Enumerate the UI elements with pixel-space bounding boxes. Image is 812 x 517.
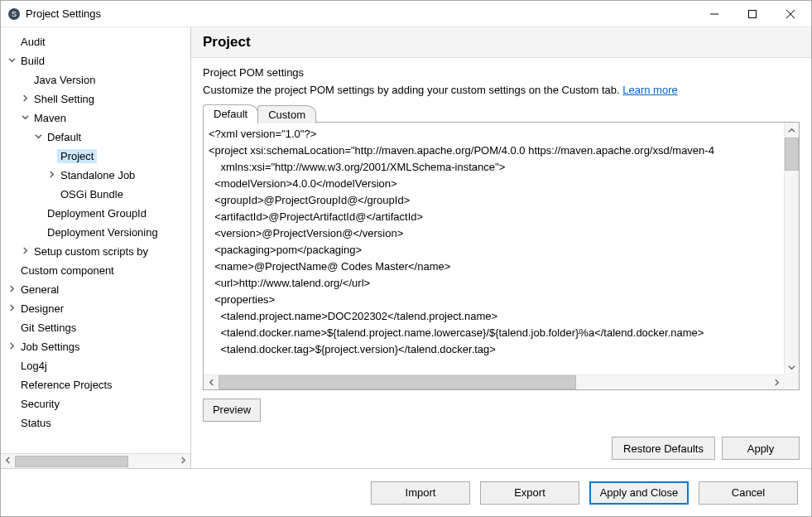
tree-expand-icon[interactable] bbox=[6, 342, 17, 351]
tree-expand-icon[interactable] bbox=[19, 114, 31, 123]
tree-item-label: Deployment GroupId bbox=[44, 206, 150, 220]
learn-more-link[interactable]: Learn more bbox=[622, 84, 677, 96]
tree-item[interactable]: Custom component bbox=[1, 261, 190, 280]
scroll-right-icon[interactable] bbox=[180, 457, 187, 466]
maximize-button[interactable] bbox=[733, 1, 771, 27]
svg-rect-3 bbox=[749, 10, 757, 17]
tree-item[interactable]: Security bbox=[1, 394, 190, 413]
tree-item[interactable]: Deployment Versioning bbox=[1, 223, 190, 242]
tree-item[interactable]: Log4j bbox=[1, 356, 190, 375]
tree-item[interactable]: Setup custom scripts by bbox=[1, 242, 190, 261]
tree-item[interactable]: Deployment GroupId bbox=[1, 204, 190, 223]
tree-item-label: Default bbox=[44, 130, 84, 144]
tree-item[interactable]: Maven bbox=[1, 109, 190, 128]
page-description: Customize the project POM settings by ad… bbox=[203, 84, 800, 96]
tree-item-label: Deployment Versioning bbox=[44, 225, 161, 239]
tree-item[interactable]: General bbox=[1, 280, 190, 299]
tree-item-label: Git Settings bbox=[17, 321, 79, 335]
editor-h-scrollbar[interactable] bbox=[204, 374, 784, 389]
tree-expand-icon[interactable] bbox=[19, 94, 31, 104]
scroll-down-icon[interactable] bbox=[785, 360, 799, 374]
tree-item[interactable]: Build bbox=[1, 51, 190, 70]
tree-item-label: Shell Setting bbox=[31, 92, 98, 106]
apply-button[interactable]: Apply bbox=[722, 437, 800, 460]
tree-item-label: General bbox=[17, 283, 62, 297]
preview-button[interactable]: Preview bbox=[203, 399, 261, 422]
scroll-left-icon[interactable] bbox=[4, 457, 12, 466]
tree-item-label: Log4j bbox=[17, 359, 50, 373]
tree-item-label: Java Version bbox=[31, 73, 98, 87]
titlebar: S Project Settings bbox=[1, 1, 811, 27]
cancel-button[interactable]: Cancel bbox=[699, 481, 798, 505]
scroll-right-icon[interactable] bbox=[769, 379, 784, 386]
editor-v-scrollbar[interactable] bbox=[784, 123, 799, 374]
tree-item[interactable]: Project bbox=[1, 147, 190, 166]
page-header: Project bbox=[191, 27, 811, 58]
tree-item[interactable]: Standalone Job bbox=[1, 166, 190, 185]
tree-item[interactable]: Status bbox=[1, 413, 190, 432]
tree-item-label: Project bbox=[57, 149, 97, 163]
tree-item-label: Standalone Job bbox=[57, 168, 138, 182]
tree-expand-icon[interactable] bbox=[46, 171, 57, 180]
tree-item[interactable]: Git Settings bbox=[1, 318, 190, 337]
app-icon: S bbox=[7, 7, 21, 21]
tree-item[interactable]: OSGi Bundle bbox=[1, 185, 190, 204]
tree-item[interactable]: Java Version bbox=[1, 70, 190, 89]
scrollbar-thumb[interactable] bbox=[15, 456, 128, 467]
export-button[interactable]: Export bbox=[480, 481, 579, 505]
scrollbar-thumb[interactable] bbox=[219, 375, 576, 389]
pom-xml-text[interactable]: <?xml version="1.0"?> <project xsi:schem… bbox=[204, 123, 799, 361]
tree-item-label: Build bbox=[17, 54, 48, 68]
apply-and-close-button[interactable]: Apply and Close bbox=[589, 481, 689, 505]
tree-expand-icon[interactable] bbox=[6, 304, 17, 313]
pom-tab-row: Default Custom bbox=[203, 104, 800, 123]
tree-item-label: Designer bbox=[17, 302, 67, 316]
close-button[interactable] bbox=[771, 1, 810, 27]
tree-expand-icon[interactable] bbox=[19, 247, 31, 256]
import-button[interactable]: Import bbox=[371, 481, 470, 505]
page-title: Project bbox=[203, 34, 800, 51]
settings-tree: AuditBuildJava VersionShell SettingMaven… bbox=[1, 27, 191, 468]
tree-item[interactable]: Job Settings bbox=[1, 337, 190, 356]
tree-item-label: Maven bbox=[31, 111, 70, 125]
scrollbar-thumb[interactable] bbox=[785, 138, 799, 171]
tree-item[interactable]: Designer bbox=[1, 299, 190, 318]
tree-expand-icon[interactable] bbox=[32, 133, 44, 142]
tab-custom[interactable]: Custom bbox=[257, 105, 316, 123]
scroll-up-icon[interactable] bbox=[785, 123, 799, 138]
pom-editor[interactable]: <?xml version="1.0"?> <project xsi:schem… bbox=[203, 122, 800, 390]
tree-item-label: Setup custom scripts by bbox=[31, 244, 151, 258]
scroll-left-icon[interactable] bbox=[204, 379, 219, 386]
dialog-footer: Import Export Apply and Close Cancel bbox=[1, 468, 811, 516]
tree-item-label: OSGi Bundle bbox=[57, 187, 127, 201]
restore-defaults-button[interactable]: Restore Defaults bbox=[612, 437, 715, 460]
tree-item-label: Reference Projects bbox=[17, 378, 116, 392]
tree-expand-icon[interactable] bbox=[6, 56, 17, 65]
tree-item[interactable]: Audit bbox=[1, 32, 190, 51]
tree-item[interactable]: Shell Setting bbox=[1, 89, 190, 109]
tree-item[interactable]: Default bbox=[1, 128, 190, 147]
svg-text:S: S bbox=[12, 10, 17, 18]
tree-item-label: Audit bbox=[17, 35, 49, 49]
sidebar-h-scrollbar[interactable] bbox=[1, 453, 190, 468]
tree-item-label: Job Settings bbox=[17, 340, 84, 354]
tree-item[interactable]: Reference Projects bbox=[1, 375, 190, 394]
window-title: Project Settings bbox=[26, 7, 695, 20]
tree-item-label: Custom component bbox=[17, 263, 118, 278]
scroll-corner bbox=[784, 374, 799, 389]
page-subtitle: Project POM settings bbox=[203, 66, 800, 79]
tree-item-label: Status bbox=[17, 416, 55, 430]
tab-default[interactable]: Default bbox=[203, 104, 258, 123]
tree-item-label: Security bbox=[17, 397, 63, 411]
minimize-button[interactable] bbox=[695, 1, 733, 27]
tree-expand-icon[interactable] bbox=[6, 285, 17, 294]
